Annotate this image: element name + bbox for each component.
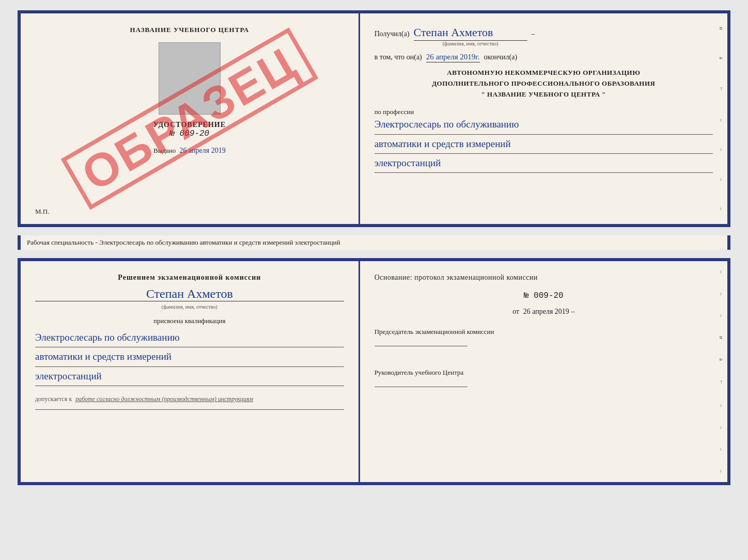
profession-label: по профессии bbox=[375, 108, 713, 116]
qual-line1: Электрослесарь по обслуживанию bbox=[35, 329, 344, 347]
br-side-char-5: а bbox=[719, 358, 725, 361]
from-date-value: 26 апреля 2019 bbox=[523, 308, 569, 315]
br-side-char-9: – bbox=[719, 448, 725, 451]
profession-text: Электрослесарь по обслуживанию автоматик… bbox=[375, 116, 713, 173]
org-line2: ДОПОЛНИТЕЛЬНОГО ПРОФЕССИОНАЛЬНОГО ОБРАЗО… bbox=[375, 78, 713, 89]
side-char-3: ← bbox=[719, 86, 725, 92]
from-label: от bbox=[512, 308, 519, 315]
bottom-recipient-name: Степан Ахметов bbox=[35, 287, 344, 301]
rukov-block: Руководитель учебного Центра bbox=[375, 360, 713, 387]
osnov-label: Основание: протокол экзаменационной коми… bbox=[375, 274, 713, 282]
br-side-char-4: и bbox=[719, 336, 725, 339]
diploma-bottom-spread: Решением экзаменационной комиссии Степан… bbox=[18, 258, 730, 485]
cert-type-label: УДОСТОВЕРЕНИЕ bbox=[153, 121, 226, 129]
recipient-name-block: Степан Ахметов (фамилия, имя, отчество) bbox=[414, 26, 527, 46]
org-line3: " НАЗВАНИЕ УЧЕБНОГО ЦЕНТРА " bbox=[375, 89, 713, 100]
from-date: от 26 апреля 2019 – bbox=[375, 308, 713, 316]
допускается-block: допускается к работе согласно должностны… bbox=[35, 395, 344, 403]
side-char-5: – bbox=[719, 148, 725, 151]
prof-line2: автоматики и средств измерений bbox=[375, 136, 713, 154]
okonchil-label: окончил(а) bbox=[484, 53, 518, 61]
side-char-7: – bbox=[719, 207, 725, 211]
rukov-signature-line bbox=[375, 387, 467, 387]
recipient-name: Степан Ахметов bbox=[414, 26, 527, 41]
br-side-char-6: ← bbox=[719, 379, 725, 385]
diploma-right-panel: Получил(а) Степан Ахметов (фамилия, имя,… bbox=[360, 13, 727, 224]
side-char-1: и bbox=[719, 27, 725, 30]
допускается-text-content: работе согласно должностным (производств… bbox=[75, 395, 253, 403]
recipient-hint: (фамилия, имя, отчество) bbox=[414, 41, 527, 46]
assigned-label: присвоена квалификация bbox=[35, 317, 344, 325]
issued-date: 26 апреля 2019 bbox=[179, 147, 225, 154]
rukov-label: Руководитель учебного Центра bbox=[375, 368, 713, 377]
received-label: Получил(а) bbox=[375, 30, 410, 38]
bottom-right-panel: Основание: протокол экзаменационной коми… bbox=[360, 261, 727, 482]
qual-line3: электростанций bbox=[35, 368, 344, 386]
br-side-char-10: – bbox=[719, 470, 725, 473]
middle-strip-text: Рабочая специальность - Электрослесарь п… bbox=[27, 238, 340, 246]
br-side-char-7: – bbox=[719, 404, 725, 407]
decision-title: Решением экзаменационной комиссии bbox=[35, 274, 344, 282]
br-side-char-8: – bbox=[719, 426, 725, 429]
dash: – bbox=[571, 308, 574, 315]
side-char-2: а bbox=[719, 57, 725, 59]
diploma-top-spread: НАЗВАНИЕ УЧЕБНОГО ЦЕНТРА УДОСТОВЕРЕНИЕ №… bbox=[18, 10, 730, 227]
profession-section: по профессии Электрослесарь по обслужива… bbox=[375, 106, 713, 174]
vtom-date: 26 апреля 2019г. bbox=[426, 53, 480, 62]
received-line: Получил(а) Степан Ахметов (фамилия, имя,… bbox=[375, 26, 713, 46]
cert-type-box: УДОСТОВЕРЕНИЕ № 009-20 bbox=[153, 121, 226, 138]
mp-label: М.П. bbox=[35, 207, 49, 216]
chairman-label: Председатель экзаменационной комиссии bbox=[375, 327, 713, 337]
bottom-left-panel: Решением экзаменационной комиссии Степан… bbox=[21, 261, 360, 482]
diploma-left-panel: НАЗВАНИЕ УЧЕБНОГО ЦЕНТРА УДОСТОВЕРЕНИЕ №… bbox=[21, 13, 360, 224]
qual-line2: автоматики и средств измерений bbox=[35, 348, 344, 366]
bottom-recipient-hint: (фамилия, имя, отчество) bbox=[162, 304, 217, 310]
bottom-recipient-block: Степан Ахметов (фамилия, имя, отчество) bbox=[35, 286, 344, 311]
допускается-label: допускается к bbox=[35, 395, 72, 403]
org-line1: АВТОНОМНУЮ НЕКОММЕРЧЕСКУЮ ОРГАНИЗАЦИЮ bbox=[375, 68, 713, 78]
org-block: АВТОНОМНУЮ НЕКОММЕРЧЕСКУЮ ОРГАНИЗАЦИЮ ДО… bbox=[375, 68, 713, 100]
br-side-char-1: – bbox=[719, 270, 725, 274]
prof-line3: электростанций bbox=[375, 155, 713, 173]
prof-line1: Электрослесарь по обслуживанию bbox=[375, 116, 713, 134]
qualification-text: Электрослесарь по обслуживанию автоматик… bbox=[35, 329, 344, 387]
chairman-block: Председатель экзаменационной комиссии bbox=[375, 327, 713, 346]
photo-placeholder bbox=[159, 42, 221, 115]
vtom-label: в том, что он(а) bbox=[375, 53, 422, 61]
bottom-signature-line bbox=[35, 409, 344, 410]
br-side-char-2: – bbox=[719, 293, 725, 296]
br-side-char-3: – bbox=[719, 314, 725, 317]
vtom-line: в том, что он(а) 26 апреля 2019г. окончи… bbox=[375, 53, 713, 61]
side-char-6: – bbox=[719, 178, 725, 181]
side-char-4: – bbox=[719, 119, 725, 122]
right-side-decoration: и а ← – – – – bbox=[716, 13, 727, 224]
cert-title: НАЗВАНИЕ УЧЕБНОГО ЦЕНТРА bbox=[130, 26, 250, 34]
protocol-number: № 009-20 bbox=[375, 291, 713, 300]
middle-strip: Рабочая специальность - Электрослесарь п… bbox=[18, 235, 730, 250]
cert-issued: Выдано 26 апреля 2019 bbox=[153, 147, 226, 155]
issued-label: Выдано bbox=[153, 147, 176, 154]
chairman-signature-line bbox=[375, 346, 467, 346]
bottom-right-side-decoration: – – – и а ← – – – – bbox=[716, 261, 727, 482]
vtom-date-block: 26 апреля 2019г. bbox=[426, 53, 480, 61]
cert-number: № 009-20 bbox=[153, 129, 226, 138]
